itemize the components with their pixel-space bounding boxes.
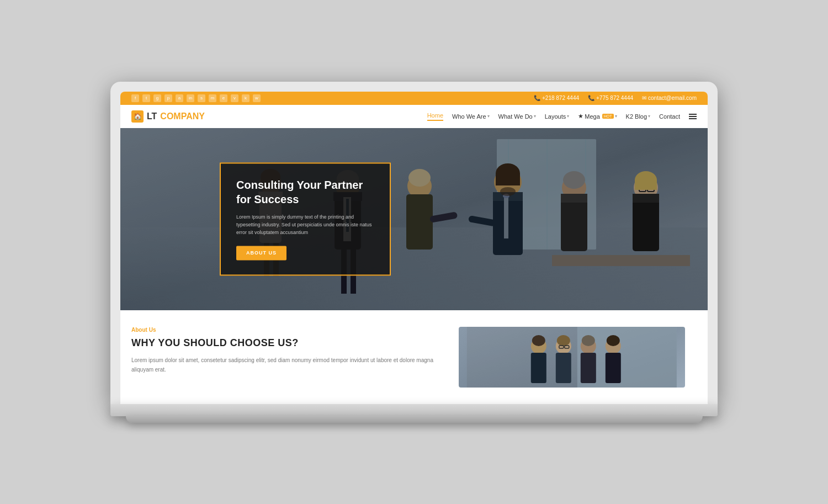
email-icon[interactable]: e: [220, 94, 227, 102]
nav-k2-blog[interactable]: K2 Blog ▾: [626, 113, 651, 120]
phone1-icon: 📞: [534, 95, 540, 101]
about-image-container: [459, 327, 685, 388]
logo[interactable]: 🏠 LT COMPANY: [131, 110, 205, 123]
whatsapp-icon[interactable]: w: [253, 94, 261, 102]
logo-lt-text: LT: [147, 112, 157, 121]
hero-content-box: Consulting Your Partner for Success Lore…: [220, 162, 391, 275]
vk-icon[interactable]: v: [231, 94, 238, 102]
mega-icon: ★: [578, 113, 583, 120]
nav-layouts[interactable]: Layouts ▾: [545, 113, 570, 120]
about-text-content: About Us WHY YOU SHOULD CHOOSE US? Lorem…: [131, 327, 442, 374]
phone1: 📞 +218 872 4444: [534, 95, 579, 101]
nav-mega[interactable]: ★ Mega HOT ▾: [578, 113, 617, 120]
chevron-down-icon: ▾: [648, 114, 650, 119]
about-section-title: WHY YOU SHOULD CHOOSE US?: [131, 337, 442, 349]
hero-background-scene: [120, 128, 708, 310]
laptop-base: [110, 404, 718, 416]
skype-icon[interactable]: s: [198, 94, 205, 102]
about-section-label: About Us: [131, 327, 442, 333]
mega-hot-badge: HOT: [602, 114, 614, 119]
chevron-down-icon: ▾: [534, 114, 536, 119]
laptop-container: f t g p a in s m e v k w 📞 +218 872: [110, 82, 718, 423]
google-plus-icon[interactable]: g: [153, 94, 161, 102]
twitter-icon[interactable]: t: [142, 94, 150, 102]
svg-rect-65: [467, 327, 677, 388]
phone2: 📞 +775 872 4444: [588, 95, 633, 101]
phone-icon[interactable]: k: [242, 94, 250, 102]
about-us-button[interactable]: ABOUT US: [236, 246, 286, 260]
about-section-description: Lorem ipsum dolor sit amet, consetetur s…: [131, 356, 442, 374]
email-envelope-icon: ✉: [642, 95, 646, 101]
pinterest-icon[interactable]: p: [164, 94, 172, 102]
hero-description: Lorem Ipsum is simply dummy text of the …: [236, 213, 374, 237]
phone2-icon: 📞: [588, 95, 595, 101]
hero-title: Consulting Your Partner for Success: [236, 178, 374, 206]
nav-home[interactable]: Home: [427, 112, 443, 121]
contact-info: 📞 +218 872 4444 📞 +775 872 4444 ✉ contac…: [534, 95, 697, 101]
chevron-down-icon: ▾: [567, 114, 569, 119]
main-nav: Home Who We Are ▾ What We Do ▾ Layouts ▾: [427, 112, 697, 121]
chevron-down-icon: ▾: [615, 114, 617, 119]
site-header: 🏠 LT COMPANY Home Who We Are ▾ What We D…: [120, 105, 708, 128]
hamburger-menu[interactable]: [689, 114, 697, 119]
linkedin-icon[interactable]: in: [187, 94, 194, 102]
social-icons-group: f t g p a in s m e v k w: [131, 94, 261, 102]
svg-rect-48: [120, 128, 708, 310]
top-bar: f t g p a in s m e v k w 📞 +218 872: [120, 92, 708, 105]
hero-section: Consulting Your Partner for Success Lore…: [120, 128, 708, 310]
nav-who-we-are[interactable]: Who We Are ▾: [452, 113, 490, 120]
mail-icon[interactable]: m: [209, 94, 216, 102]
logo-company-text: COMPANY: [160, 112, 205, 121]
about-image-svg: [459, 327, 685, 388]
logo-icon: 🏠: [131, 110, 144, 123]
facebook-icon[interactable]: f: [131, 94, 139, 102]
about-image: [459, 327, 685, 388]
email: ✉ contact@email.com: [642, 95, 697, 101]
laptop-bottom: [126, 416, 703, 423]
app-icon[interactable]: a: [176, 94, 183, 102]
chevron-down-icon: ▾: [487, 114, 490, 119]
nav-contact[interactable]: Contact: [659, 113, 680, 120]
about-section: About Us WHY YOU SHOULD CHOOSE US? Lorem…: [120, 310, 708, 404]
laptop-screen: f t g p a in s m e v k w 📞 +218 872: [120, 92, 708, 404]
nav-what-we-do[interactable]: What We Do ▾: [498, 113, 536, 120]
laptop-bezel: f t g p a in s m e v k w 📞 +218 872: [110, 82, 718, 404]
